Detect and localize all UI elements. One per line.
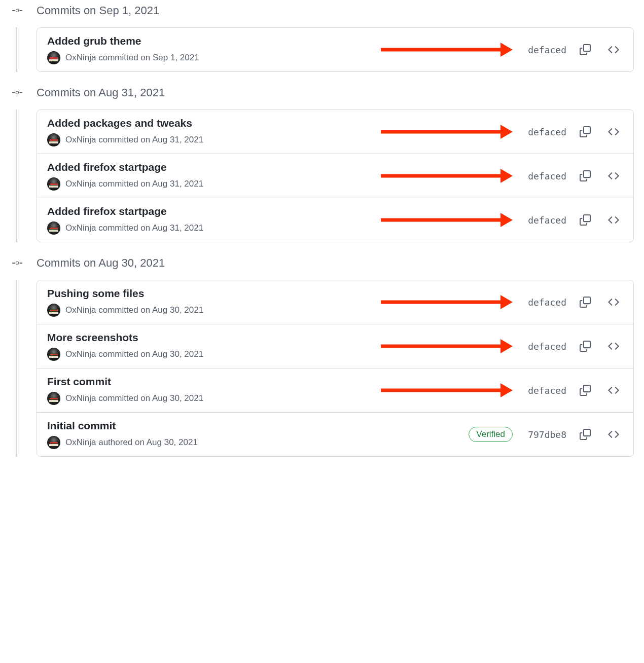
browse-repository-button[interactable]: [604, 292, 623, 312]
copy-sha-button[interactable]: [576, 337, 595, 356]
commit-sha-link[interactable]: defaced: [522, 297, 566, 308]
browse-repository-button[interactable]: [604, 40, 623, 59]
commit-item: Pushing some files OxNinja committed on …: [37, 280, 633, 324]
timeline-rail: [10, 109, 26, 242]
commit-meta-text[interactable]: OxNinja committed on Sep 1, 2021: [65, 53, 199, 63]
commit-item: Added packages and tweaks OxNinja commit…: [37, 110, 633, 154]
commit-title-link[interactable]: First commit: [47, 376, 381, 388]
commit-title-link[interactable]: More screenshots: [47, 332, 381, 344]
copy-sha-button[interactable]: [576, 425, 595, 444]
commit-node-icon: [10, 6, 26, 16]
author-avatar[interactable]: [47, 348, 60, 361]
annotation-arrow: [381, 129, 513, 135]
browse-repository-button[interactable]: [604, 122, 623, 141]
commit-group-date-heading: Commits on Aug 31, 2021: [37, 86, 165, 99]
commit-item: Added firefox startpage OxNinja committe…: [37, 198, 633, 242]
commit-title-link[interactable]: Added firefox startpage: [47, 161, 381, 173]
commit-meta-text[interactable]: OxNinja committed on Aug 30, 2021: [65, 305, 203, 315]
commit-title-link[interactable]: Initial commit: [47, 420, 469, 432]
commit-meta-text[interactable]: OxNinja committed on Aug 30, 2021: [65, 393, 203, 403]
commit-title-link[interactable]: Pushing some files: [47, 287, 381, 300]
commit-sha-link[interactable]: defaced: [522, 171, 566, 181]
author-avatar[interactable]: [47, 436, 60, 449]
copy-sha-button[interactable]: [576, 210, 595, 230]
commit-group-date-heading: Commits on Aug 30, 2021: [37, 256, 165, 270]
annotation-arrow: [381, 387, 513, 393]
browse-repository-button[interactable]: [604, 425, 623, 444]
verified-badge[interactable]: Verified: [469, 427, 513, 442]
browse-repository-button[interactable]: [604, 210, 623, 230]
commit-title-link[interactable]: Added firefox startpage: [47, 205, 381, 217]
commit-item: First commit OxNinja committed on Aug 30…: [37, 369, 633, 413]
commit-node-icon: [10, 88, 26, 98]
commit-meta-text[interactable]: OxNinja committed on Aug 31, 2021: [65, 135, 203, 145]
commit-meta-text[interactable]: OxNinja committed on Aug 31, 2021: [65, 179, 203, 189]
timeline-rail: [10, 280, 26, 457]
browse-repository-button[interactable]: [604, 337, 623, 356]
annotation-arrow: [381, 299, 513, 305]
commit-meta-text[interactable]: OxNinja committed on Aug 30, 2021: [65, 349, 203, 359]
annotation-arrow: [381, 47, 513, 53]
commit-sha-link[interactable]: defaced: [522, 127, 566, 137]
annotation-arrow: [381, 217, 513, 223]
commit-sha-link[interactable]: defaced: [522, 341, 566, 352]
commit-title-link[interactable]: Added packages and tweaks: [47, 117, 381, 129]
commit-node-icon: [10, 258, 26, 268]
commit-group-date-heading: Commits on Sep 1, 2021: [37, 4, 159, 17]
copy-sha-button[interactable]: [576, 292, 595, 312]
commit-sha-link[interactable]: defaced: [522, 385, 566, 396]
commit-item: Initial commit OxNinja authored on Aug 3…: [37, 413, 633, 456]
commits-list: Added grub theme OxNinja committed on Se…: [37, 27, 634, 72]
timeline-rail: [10, 27, 26, 72]
author-avatar[interactable]: [47, 222, 60, 235]
copy-sha-button[interactable]: [576, 381, 595, 400]
commit-item: More screenshots OxNinja committed on Au…: [37, 324, 633, 369]
annotation-arrow: [381, 173, 513, 179]
browse-repository-button[interactable]: [604, 381, 623, 400]
commit-sha-link[interactable]: 797dbe8: [522, 429, 566, 440]
commit-sha-link[interactable]: defaced: [522, 215, 566, 226]
commit-sha-link[interactable]: defaced: [522, 45, 566, 55]
commit-item: Added grub theme OxNinja committed on Se…: [37, 28, 633, 71]
commit-meta-text[interactable]: OxNinja authored on Aug 30, 2021: [65, 437, 198, 448]
author-avatar[interactable]: [47, 51, 60, 64]
author-avatar[interactable]: [47, 392, 60, 405]
copy-sha-button[interactable]: [576, 40, 595, 59]
browse-repository-button[interactable]: [604, 166, 623, 186]
author-avatar[interactable]: [47, 133, 60, 146]
commit-title-link[interactable]: Added grub theme: [47, 35, 381, 47]
author-avatar[interactable]: [47, 177, 60, 191]
commit-meta-text[interactable]: OxNinja committed on Aug 31, 2021: [65, 223, 203, 233]
copy-sha-button[interactable]: [576, 166, 595, 186]
copy-sha-button[interactable]: [576, 122, 595, 141]
author-avatar[interactable]: [47, 304, 60, 317]
annotation-arrow: [381, 343, 513, 349]
commits-list: Added packages and tweaks OxNinja commit…: [37, 109, 634, 242]
commits-list: Pushing some files OxNinja committed on …: [37, 280, 634, 457]
commit-item: Added firefox startpage OxNinja committe…: [37, 154, 633, 198]
